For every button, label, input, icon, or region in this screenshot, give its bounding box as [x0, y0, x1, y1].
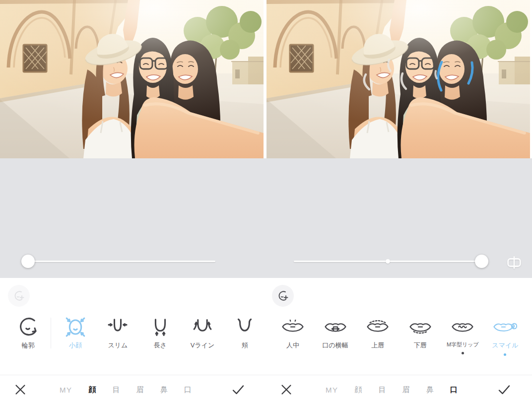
- tool-small-face[interactable]: 小顔: [54, 316, 96, 350]
- mouth-width-icon: [324, 316, 347, 338]
- category-tabs: MY 顔 目 眉 鼻 口: [60, 385, 192, 395]
- tool-indicator-dot: [462, 352, 464, 354]
- tool-cheek[interactable]: 頬: [224, 316, 266, 350]
- selfie-photo: [0, 0, 264, 158]
- check-icon: [231, 383, 245, 397]
- lower-lip-icon: [408, 316, 432, 338]
- slider-thumb[interactable]: [21, 255, 35, 268]
- tool-philtrum[interactable]: 人中: [272, 316, 314, 356]
- tool-smile[interactable]: スマイル: [484, 316, 526, 356]
- tool-label: スマイル: [492, 341, 518, 350]
- tool-mouth-width[interactable]: 口の横幅: [315, 316, 356, 356]
- small-face-icon: [64, 316, 87, 338]
- tool-label: 小顔: [69, 341, 82, 350]
- tool-label: 人中: [286, 341, 299, 350]
- intensity-slider-right[interactable]: [294, 255, 481, 269]
- slim-icon: [106, 316, 129, 338]
- lip-tool-row: 人中 口の横幅: [266, 316, 532, 356]
- slider-track[interactable]: [28, 261, 215, 262]
- tab-mouth[interactable]: 口: [184, 385, 192, 395]
- bottom-bars: MY 顔 目 眉 鼻 口 MY 顔 目: [0, 375, 532, 404]
- face-shape-tool-row: 輪郭 小顔: [0, 316, 266, 350]
- tool-label: 長さ: [154, 341, 167, 350]
- tool-label: 口の横幅: [322, 341, 348, 350]
- tool-label: 頬: [242, 341, 248, 350]
- selfie-photo-with-guides: [266, 0, 530, 158]
- tool-indicator-dot: [504, 353, 506, 356]
- smile-icon: [493, 316, 517, 338]
- bottom-bar-left: MY 顔 目 眉 鼻 口: [0, 375, 266, 404]
- confirm-button[interactable]: [497, 383, 511, 397]
- face-add-icon: [12, 289, 25, 302]
- tool-label: スリム: [108, 341, 128, 350]
- tools-area: 輪郭 小顔: [0, 278, 532, 375]
- length-icon: [149, 316, 172, 338]
- close-icon: [14, 383, 27, 396]
- intensity-slider-left[interactable]: [28, 255, 215, 269]
- tab-face[interactable]: 顔: [89, 385, 96, 395]
- close-icon: [280, 383, 293, 396]
- photo-preview-left: [0, 0, 264, 158]
- face-editor-comparison: 輪郭 小顔: [0, 0, 532, 404]
- tab-eyes[interactable]: 目: [113, 385, 120, 395]
- face-add-icon: [276, 289, 289, 302]
- tool-upper-lip[interactable]: 上唇: [357, 316, 399, 356]
- confirm-button[interactable]: [231, 383, 245, 397]
- photo-preview-right: [266, 0, 530, 158]
- adjustment-band: [0, 158, 532, 278]
- philtrum-icon: [281, 316, 305, 338]
- slider-center-marker: [386, 259, 390, 264]
- add-face-button-right[interactable]: [272, 285, 294, 307]
- add-face-button-left[interactable]: [8, 285, 30, 307]
- tool-label: Vライン: [191, 341, 215, 350]
- tool-lower-lip[interactable]: 下唇: [399, 316, 441, 356]
- category-tabs: MY 顔 目 眉 鼻 口: [326, 385, 458, 395]
- tab-mouth[interactable]: 口: [450, 385, 458, 395]
- slider-thumb[interactable]: [475, 255, 488, 268]
- v-line-icon: [191, 316, 214, 338]
- tool-length[interactable]: 長さ: [139, 316, 181, 350]
- tool-label: 下唇: [414, 341, 427, 350]
- tool-slim[interactable]: スリム: [97, 316, 139, 350]
- tab-nose[interactable]: 鼻: [160, 385, 168, 395]
- cancel-button[interactable]: [280, 383, 293, 396]
- tab-eyes[interactable]: 目: [379, 385, 386, 395]
- bottom-bar-right: MY 顔 目 眉 鼻 口: [266, 375, 532, 404]
- tool-v-line[interactable]: Vライン: [181, 316, 223, 350]
- tool-divider: [51, 318, 51, 348]
- tool-label: M字型リップ: [447, 341, 479, 348]
- tool-contour[interactable]: 輪郭: [9, 316, 47, 350]
- tab-nose[interactable]: 鼻: [426, 385, 434, 395]
- tab-my[interactable]: MY: [326, 386, 338, 394]
- tool-label: 輪郭: [22, 341, 35, 350]
- cheek-icon: [233, 316, 256, 338]
- check-icon: [497, 383, 511, 397]
- tab-face[interactable]: 顔: [355, 385, 362, 395]
- compare-icon: [507, 255, 522, 270]
- tool-m-lip[interactable]: M字型リップ: [442, 316, 483, 356]
- tab-brows[interactable]: 眉: [402, 385, 410, 395]
- m-lip-icon: [451, 316, 474, 338]
- cancel-button[interactable]: [14, 383, 27, 396]
- contour-icon: [17, 316, 40, 338]
- tool-label: 上唇: [371, 341, 384, 350]
- tab-my[interactable]: MY: [60, 386, 72, 394]
- tab-brows[interactable]: 眉: [136, 385, 144, 395]
- upper-lip-icon: [366, 316, 390, 338]
- compare-before-after-button[interactable]: [504, 254, 524, 272]
